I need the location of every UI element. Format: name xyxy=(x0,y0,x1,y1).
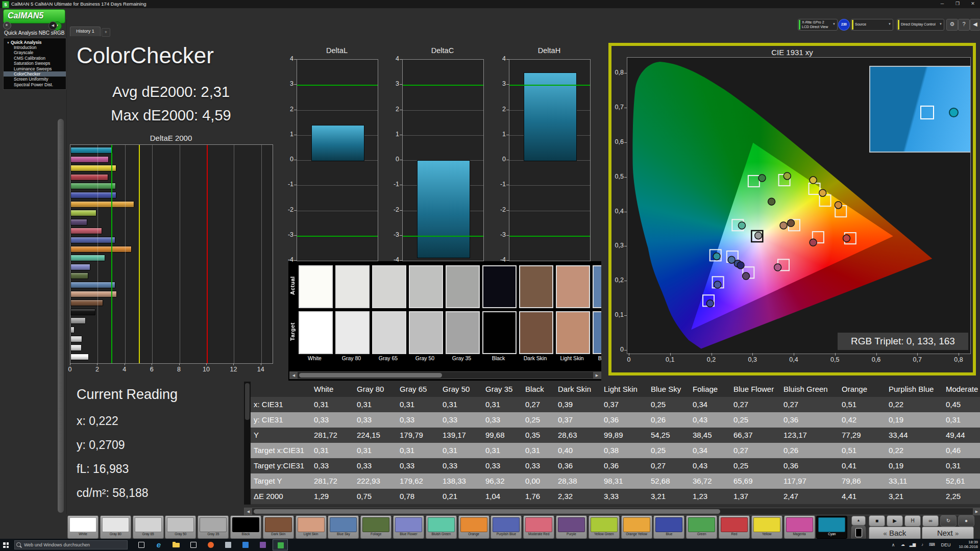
patch-tile-gray-80[interactable]: Gray 80 xyxy=(100,516,131,539)
cloud-icon[interactable]: ☁ xyxy=(898,539,908,551)
table-vertical-scrollbar-thumb[interactable] xyxy=(245,383,250,420)
scroll-left-icon[interactable]: ◀ xyxy=(244,508,252,515)
patch-tile-gray-50[interactable]: Gray 50 xyxy=(165,516,196,539)
patch-tile-magenta[interactable]: Magenta xyxy=(784,516,815,539)
sidebar-item-luminance-sweeps[interactable]: Luminance Sweeps xyxy=(4,66,66,71)
table-cell: 28,38 xyxy=(555,473,601,489)
patch-tile-orange[interactable]: Orange xyxy=(458,516,489,539)
patch-tile-foliage[interactable]: Foliage xyxy=(360,516,391,539)
maximize-button[interactable]: ❐ xyxy=(950,0,965,8)
language-indicator[interactable]: DEU xyxy=(939,539,952,551)
patch-tile-gray-65[interactable]: Gray 65 xyxy=(133,516,164,539)
scroll-right-icon[interactable]: ▶ xyxy=(973,508,980,515)
start-button-icon[interactable] xyxy=(3,542,9,548)
volume-icon[interactable]: ♪ xyxy=(918,539,927,551)
table-horizontal-scrollbar[interactable]: ◀ ▶ xyxy=(244,508,980,515)
table-cell: 0,43 xyxy=(690,458,730,473)
gear-icon[interactable]: ⚙ xyxy=(946,19,958,31)
keyboard-icon[interactable]: ⌨ xyxy=(927,539,937,551)
app-blue-icon[interactable] xyxy=(238,539,253,550)
history-button[interactable]: H xyxy=(904,515,921,527)
close-button[interactable]: ✕ xyxy=(966,0,980,8)
collapse-panel-icon[interactable]: ◀ xyxy=(970,19,980,31)
calman-running-icon[interactable] xyxy=(273,539,288,550)
table-cell: Blue Flower xyxy=(730,382,780,397)
patch-tile-cyan[interactable]: Cyan xyxy=(816,516,847,539)
stop-button[interactable]: ■ xyxy=(869,515,885,527)
patch-tile-yellow-green[interactable]: Yellow Green xyxy=(589,516,620,539)
patch-tile-white[interactable]: White xyxy=(67,516,99,539)
next-button[interactable]: Next » xyxy=(922,527,974,540)
patch-tile-moderate-red[interactable]: Moderate Red xyxy=(523,516,554,539)
patch-tile-purple[interactable]: Purple xyxy=(556,516,587,539)
source-status-stripe xyxy=(852,20,853,30)
sidebar-item-introduction[interactable]: Introduction xyxy=(4,45,66,50)
meter-dropdown[interactable]: X-Rite i1Pro 2LCD Direct View ▼ xyxy=(798,19,838,31)
add-tab-button[interactable]: + xyxy=(102,28,110,37)
sidebar-record-icon[interactable] xyxy=(3,21,11,30)
patch-tile-yellow[interactable]: Yellow xyxy=(751,516,782,539)
app-orange-icon[interactable] xyxy=(203,539,218,550)
tree-expander-icon[interactable]: ▼ xyxy=(7,41,10,44)
sidebar-item-spectral-power-dist-[interactable]: Spectral Power Dist. xyxy=(4,82,66,87)
patch-tile-light-skin[interactable]: Light Skin xyxy=(296,516,327,539)
display-control-dropdown[interactable]: Direct Display Control ▼ xyxy=(897,19,944,31)
app-gray-icon[interactable] xyxy=(220,539,236,550)
back-button[interactable]: « Back xyxy=(869,527,921,540)
hidden-icons-chevron[interactable]: ∧ xyxy=(889,539,897,551)
tab-history-1[interactable]: History 1 xyxy=(70,27,101,36)
patch-tile-blue[interactable]: Blue xyxy=(653,516,684,539)
tree-root[interactable]: ▼Quick Analysis xyxy=(4,38,66,45)
sidebar-item-colorchecker[interactable]: ColorChecker xyxy=(4,71,66,77)
patch-tile-dark-skin[interactable]: Dark Skin xyxy=(263,516,294,539)
help-icon[interactable]: ? xyxy=(958,19,970,31)
app-purple-icon[interactable] xyxy=(255,539,271,550)
table-cell: 0,33 xyxy=(397,412,439,428)
clock[interactable]: 18:39 10.06.2016 xyxy=(955,540,978,549)
taskbar-search-input[interactable]: Web und Windows durchsuchen xyxy=(14,540,128,549)
patch-window-button[interactable] xyxy=(851,525,866,540)
cie-measured-point xyxy=(713,253,720,260)
cie-x-axis-label: 0,1 xyxy=(660,356,680,363)
table-cell: 77,29 xyxy=(839,428,886,443)
page-vertical-scrollbar[interactable] xyxy=(58,119,64,513)
minimize-button[interactable]: ─ xyxy=(935,0,949,8)
sidebar-collapse-icon[interactable]: ◀ xyxy=(48,21,57,30)
file-explorer-icon[interactable] xyxy=(168,539,184,550)
scroll-left-icon[interactable]: ◀ xyxy=(290,372,298,379)
patch-tile-orange-yellow[interactable]: Orange Yellow xyxy=(621,516,652,539)
table-cell: 0,31 xyxy=(439,397,482,412)
swatch-horizontal-scrollbar[interactable]: ◀▶ xyxy=(289,371,601,379)
continuous-button[interactable]: ∞ xyxy=(922,515,939,527)
table-cell: 0,34 xyxy=(690,397,730,412)
patch-label: Blue Sky xyxy=(328,532,358,536)
store-icon[interactable] xyxy=(186,539,201,550)
strip-collapse-button[interactable]: ▲ xyxy=(851,516,866,525)
meter-badge[interactable]: 230 xyxy=(838,19,850,31)
patch-tile-purplish-blue[interactable]: Purplish Blue xyxy=(491,516,522,539)
network-icon[interactable]: ▂▆ xyxy=(908,539,917,551)
patch-tile-black[interactable]: Black xyxy=(230,516,261,539)
record-button[interactable]: ● xyxy=(958,515,974,527)
table-cell: 0,33 xyxy=(311,412,354,428)
patch-tile-blue-flower[interactable]: Blue Flower xyxy=(393,516,424,539)
sidebar-item-cms-calibration[interactable]: CMS Calibration xyxy=(4,56,66,61)
sidebar-item-saturation-sweeps[interactable]: Saturation Sweeps xyxy=(4,61,66,66)
table-horizontal-scrollbar-thumb[interactable] xyxy=(254,509,720,514)
refresh-button[interactable]: ↻ xyxy=(940,515,957,527)
calman-logo[interactable]: CalMAN5 ▼ xyxy=(3,9,65,23)
patch-tile-blue-sky[interactable]: Blue Sky xyxy=(328,516,359,539)
patch-tile-green[interactable]: Green xyxy=(686,516,717,539)
sidebar-item-screen-uniformity[interactable]: Screen Uniformity xyxy=(4,77,66,82)
patch-color xyxy=(330,517,357,532)
patch-tile-bluish-green[interactable]: Bluish Green xyxy=(426,516,457,539)
edge-browser-icon[interactable]: e xyxy=(151,539,166,550)
source-dropdown[interactable]: Source ▼ xyxy=(851,19,893,31)
sidebar-item-grayscale[interactable]: Grayscale xyxy=(4,50,66,55)
scroll-right-icon[interactable]: ▶ xyxy=(593,372,601,379)
task-view-icon[interactable] xyxy=(134,539,149,550)
swatch-scrollbar-thumb[interactable] xyxy=(299,373,442,378)
patch-tile-red[interactable]: Red xyxy=(719,516,750,539)
patch-tile-gray-35[interactable]: Gray 35 xyxy=(198,516,229,539)
play-button[interactable]: ▶ xyxy=(887,515,903,527)
